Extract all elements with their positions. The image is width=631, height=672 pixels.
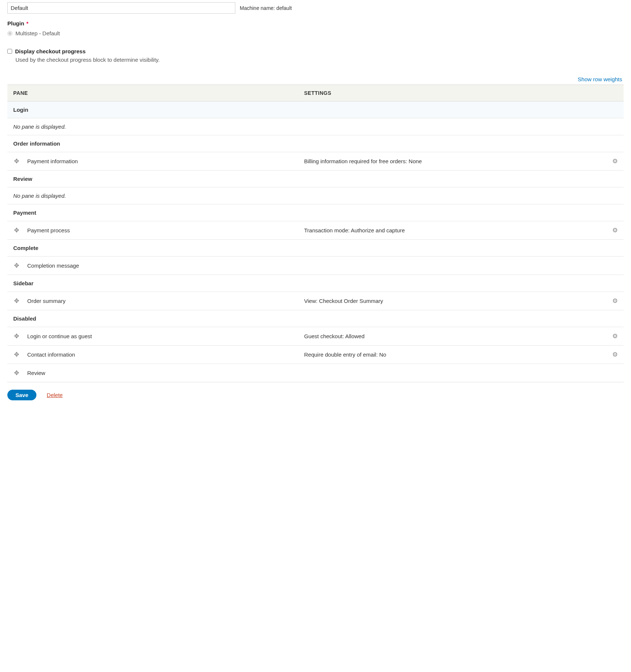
drag-handle-icon[interactable]: ✥ [13, 369, 20, 377]
col-settings: SETTINGS [298, 85, 606, 101]
delete-link[interactable]: Delete [47, 392, 63, 398]
pane-label: Login or continue as guest [27, 333, 92, 339]
col-actions [606, 85, 624, 101]
drag-handle-icon[interactable]: ✥ [13, 226, 20, 234]
region-label: Sidebar [7, 275, 624, 292]
table-row: ✥Completion message [7, 257, 624, 275]
gear-icon[interactable]: ⚙ [612, 227, 618, 234]
panes-table: PANE SETTINGS LoginNo pane is displayed.… [7, 85, 624, 382]
gear-icon[interactable]: ⚙ [612, 297, 618, 304]
pane-label: Completion message [27, 262, 79, 269]
display-progress-checkbox[interactable] [7, 49, 12, 54]
pane-label: Payment process [27, 227, 70, 233]
machine-name-prefix: Machine name: [240, 5, 275, 11]
show-row-weights-link[interactable]: Show row weights [578, 76, 622, 82]
pane-settings: Require double entry of email: No [298, 346, 606, 364]
gear-icon[interactable]: ⚙ [612, 351, 618, 358]
table-row: ✥Payment informationBilling information … [7, 152, 624, 171]
pane-settings: View: Checkout Order Summary [298, 292, 606, 310]
display-progress-label: Display checkout progress [15, 48, 86, 54]
plugin-label: Plugin [7, 20, 24, 26]
machine-name-value: default [277, 5, 292, 11]
drag-handle-icon[interactable]: ✥ [13, 297, 20, 305]
region-label: Payment [7, 204, 624, 221]
drag-handle-icon[interactable]: ✥ [13, 157, 20, 165]
pane-settings: Transaction mode: Authorize and capture [298, 221, 606, 240]
required-marker: * [26, 21, 28, 26]
pane-label: Contact information [27, 351, 75, 358]
machine-name-label: Machine name: default [240, 5, 292, 11]
drag-handle-icon[interactable]: ✥ [13, 332, 20, 340]
plugin-radio-multistep[interactable] [7, 31, 13, 36]
gear-icon[interactable]: ⚙ [612, 333, 618, 340]
display-progress-help: Used by the checkout progress block to d… [15, 57, 624, 63]
plugin-option-label: Multistep - Default [15, 30, 60, 36]
pane-settings: Guest checkout: Allowed [298, 327, 606, 346]
region-label: Complete [7, 240, 624, 257]
pane-label: Payment information [27, 158, 78, 164]
empty-message: No pane is displayed. [7, 187, 624, 204]
region-label: Review [7, 171, 624, 187]
pane-settings [298, 257, 606, 275]
table-row: ✥Order summaryView: Checkout Order Summa… [7, 292, 624, 310]
table-row: ✥Login or continue as guestGuest checkou… [7, 327, 624, 346]
drag-handle-icon[interactable]: ✥ [13, 351, 20, 358]
empty-message: No pane is displayed. [7, 118, 624, 135]
region-label: Login [7, 101, 624, 118]
region-label: Order information [7, 135, 624, 152]
gear-icon[interactable]: ⚙ [612, 158, 618, 165]
col-pane: PANE [7, 85, 298, 101]
save-button[interactable]: Save [7, 390, 36, 400]
table-row: ✥Review [7, 364, 624, 382]
pane-label: Review [27, 370, 45, 376]
drag-handle-icon[interactable]: ✥ [13, 262, 20, 269]
pane-settings [298, 364, 606, 382]
region-label: Disabled [7, 310, 624, 327]
table-row: ✥Payment processTransaction mode: Author… [7, 221, 624, 240]
pane-settings: Billing information required for free or… [298, 152, 606, 171]
name-input[interactable] [7, 2, 235, 14]
pane-label: Order summary [27, 298, 65, 304]
table-row: ✥Contact informationRequire double entry… [7, 346, 624, 364]
